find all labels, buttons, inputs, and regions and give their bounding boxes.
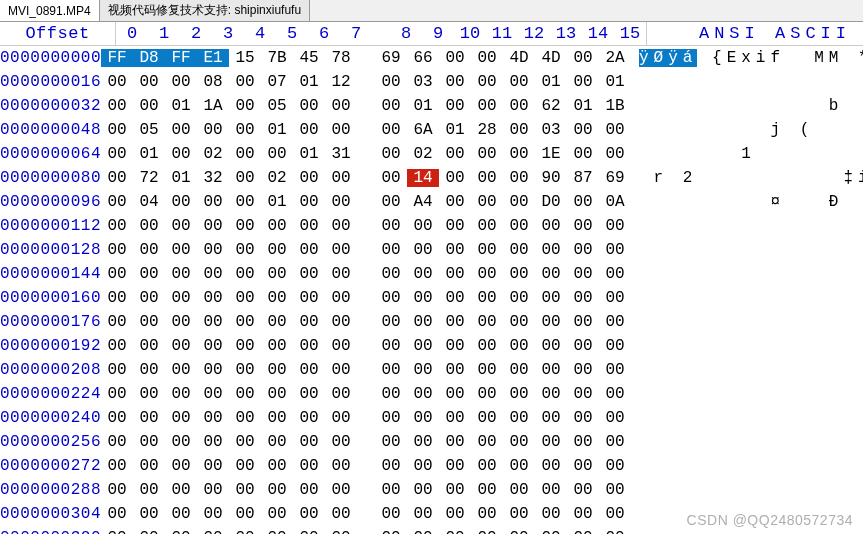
hex-cell[interactable]: 15 [229,49,261,67]
hex-cell[interactable]: 00 [567,505,599,523]
hex-cell[interactable]: 00 [101,169,133,187]
hex-cell[interactable]: 00 [229,337,261,355]
hex-cell[interactable]: 00 [197,121,229,139]
hex-cell[interactable]: 00 [165,361,197,379]
hex-cell[interactable]: 00 [101,97,133,115]
hex-cell[interactable]: 00 [567,73,599,91]
ascii-cell[interactable] [631,337,863,355]
hex-cell[interactable]: 00 [439,313,471,331]
hex-cell[interactable]: 66 [407,49,439,67]
hex-cell[interactable]: 00 [471,409,503,427]
hex-cell[interactable]: 00 [293,265,325,283]
hex-cell[interactable]: 00 [375,265,407,283]
hex-cell[interactable]: 00 [133,217,165,235]
hex-cell[interactable]: 00 [293,241,325,259]
hex-cell[interactable]: 00 [503,361,535,379]
hex-cell[interactable]: 00 [101,433,133,451]
hex-cell[interactable]: 00 [567,49,599,67]
hex-cell[interactable]: 00 [261,481,293,499]
hex-cell[interactable]: 00 [567,121,599,139]
hex-cell[interactable]: 90 [535,169,567,187]
hex-cell[interactable]: 00 [471,193,503,211]
hex-cell[interactable]: 00 [165,457,197,475]
hex-cell[interactable]: 00 [439,145,471,163]
hex-cell[interactable]: 69 [375,49,407,67]
hex-cell[interactable]: 00 [197,337,229,355]
hex-cell[interactable]: 01 [293,73,325,91]
hex-cell[interactable]: 00 [567,241,599,259]
hex-cell[interactable]: 00 [471,457,503,475]
hex-cell[interactable]: 0A [599,193,631,211]
hex-cell[interactable]: D0 [535,193,567,211]
hex-cell[interactable]: 00 [293,433,325,451]
hex-cell[interactable]: 00 [503,457,535,475]
hex-cell[interactable]: 00 [471,433,503,451]
hex-cell[interactable]: 00 [197,265,229,283]
hex-cell[interactable]: 00 [439,385,471,403]
hex-cell[interactable]: 00 [229,457,261,475]
hex-cell[interactable]: 00 [293,481,325,499]
hex-cell[interactable]: 00 [503,193,535,211]
hex-cell[interactable]: 00 [375,289,407,307]
hex-cell[interactable]: 00 [197,529,229,534]
hex-cell[interactable]: 00 [439,265,471,283]
ascii-cell[interactable] [631,361,863,379]
hex-cell[interactable]: 00 [133,97,165,115]
hex-cell[interactable]: 45 [293,49,325,67]
hex-cell[interactable]: 01 [261,193,293,211]
hex-cell[interactable]: 00 [599,241,631,259]
hex-cell[interactable]: 00 [197,505,229,523]
hex-cell[interactable]: 00 [407,361,439,379]
hex-cell[interactable]: 00 [439,241,471,259]
hex-cell[interactable]: 00 [133,361,165,379]
hex-cell[interactable]: 00 [439,73,471,91]
hex-cell[interactable]: 00 [599,337,631,355]
hex-cell[interactable]: 00 [471,385,503,403]
hex-row[interactable]: 0000000288000000000000000000000000000000… [0,478,863,502]
hex-cell[interactable]: 00 [599,529,631,534]
hex-cell[interactable]: 00 [439,49,471,67]
hex-cell[interactable]: 00 [325,289,357,307]
hex-cell[interactable]: 00 [325,121,357,139]
hex-cell[interactable]: 00 [439,481,471,499]
hex-cell[interactable]: 00 [439,217,471,235]
ascii-cell[interactable] [631,217,863,235]
hex-cell[interactable]: E1 [197,49,229,67]
hex-cell[interactable]: 00 [261,313,293,331]
hex-cell[interactable]: 00 [165,193,197,211]
hex-cell[interactable]: 00 [407,481,439,499]
hex-cell[interactable]: 6A [407,121,439,139]
hex-cell[interactable]: 00 [503,481,535,499]
hex-cell[interactable]: 00 [375,121,407,139]
hex-cell[interactable]: 01 [407,97,439,115]
hex-cell[interactable]: 00 [293,361,325,379]
hex-cell[interactable]: 00 [261,529,293,534]
hex-cell[interactable]: 00 [101,337,133,355]
hex-cell[interactable]: 00 [325,97,357,115]
hex-cell[interactable]: 00 [133,529,165,534]
hex-cell[interactable]: 00 [261,241,293,259]
hex-cell[interactable]: 00 [133,289,165,307]
hex-cell[interactable]: 00 [599,265,631,283]
hex-cell[interactable]: 00 [375,433,407,451]
hex-cell[interactable]: 00 [133,505,165,523]
hex-cell[interactable]: 00 [229,409,261,427]
hex-cell[interactable]: 00 [101,385,133,403]
hex-cell[interactable]: 2A [599,49,631,67]
hex-cell[interactable]: 00 [375,193,407,211]
hex-cell[interactable]: 00 [165,121,197,139]
hex-cell[interactable]: 00 [165,265,197,283]
hex-cell[interactable]: 00 [471,337,503,355]
hex-cell[interactable]: 00 [101,457,133,475]
hex-cell[interactable]: 00 [229,385,261,403]
hex-cell[interactable]: 00 [229,433,261,451]
hex-cell[interactable]: 00 [439,409,471,427]
hex-cell[interactable]: 00 [293,169,325,187]
hex-cell[interactable]: 00 [101,193,133,211]
hex-row[interactable]: 0000000160000000000000000000000000000000… [0,286,863,310]
hex-cell[interactable]: 00 [375,457,407,475]
hex-cell[interactable]: 00 [567,217,599,235]
hex-cell[interactable]: 00 [535,505,567,523]
ascii-cell[interactable] [631,409,863,427]
hex-cell[interactable]: 00 [229,217,261,235]
